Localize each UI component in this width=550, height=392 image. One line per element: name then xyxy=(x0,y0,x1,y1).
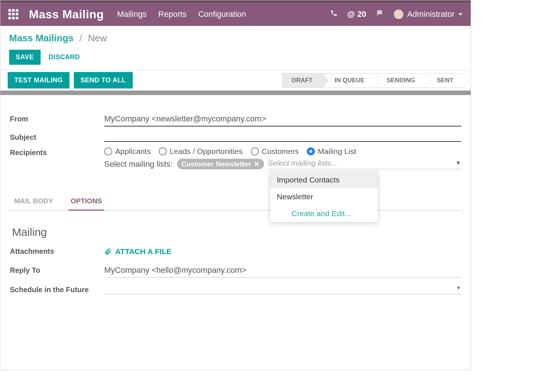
stage-sending[interactable]: SENDING xyxy=(374,73,424,88)
top-nav: Mass Mailing Mailings Reports Configurat… xyxy=(0,3,471,26)
schedule-label: Schedule in the Future xyxy=(10,284,104,294)
mailing-list-tag[interactable]: Customer Newsletter ✕ xyxy=(177,159,264,169)
schedule-field[interactable]: ▼ xyxy=(104,284,461,294)
mentions-badge[interactable]: @ 20 xyxy=(347,10,366,19)
dropdown-item-imported-contacts[interactable]: Imported Contacts xyxy=(270,172,378,188)
subject-field[interactable] xyxy=(104,132,461,142)
subject-label: Subject xyxy=(10,132,104,142)
dropdown-create-edit[interactable]: Create and Edit... xyxy=(270,205,378,222)
chat-icon[interactable] xyxy=(376,9,384,20)
mailing-lists-dropdown: Imported Contacts Newsletter Create and … xyxy=(270,171,378,222)
paperclip-icon xyxy=(104,248,112,255)
user-menu[interactable]: Administrator xyxy=(394,10,463,19)
from-field[interactable]: MyCompany <newsletter@mycompany.com> xyxy=(104,113,461,127)
radio-leads[interactable]: Leads / Opportunities xyxy=(159,147,243,156)
nav-mailings[interactable]: Mailings xyxy=(117,10,147,19)
breadcrumb-parent[interactable]: Mass Mailings xyxy=(9,33,74,44)
recipients-radios: Applicants Leads / Opportunities Custome… xyxy=(104,147,461,156)
discard-button[interactable]: DISCARD xyxy=(49,53,80,61)
section-mailing-title: Mailing xyxy=(12,226,461,238)
chevron-down-icon: ▼ xyxy=(456,285,461,292)
phone-icon[interactable] xyxy=(330,10,338,19)
tab-options[interactable]: OPTIONS xyxy=(68,193,104,211)
save-button[interactable]: SAVE xyxy=(9,50,41,65)
attach-file-button[interactable]: ATTACH A FILE xyxy=(104,247,461,256)
radio-applicants[interactable]: Applicants xyxy=(104,147,151,156)
stage-in-queue[interactable]: IN QUEUE xyxy=(322,73,374,88)
reply-to-label: Reply To xyxy=(10,265,104,275)
chevron-down-icon: ▼ xyxy=(455,160,461,166)
remove-tag-icon[interactable]: ✕ xyxy=(254,160,260,168)
test-mailing-button[interactable]: TEST MAILING xyxy=(8,72,69,88)
send-to-all-button[interactable]: SEND TO ALL xyxy=(74,72,133,88)
control-panel: Mass Mailings / New SAVE DISCARD xyxy=(0,26,471,70)
nav-reports[interactable]: Reports xyxy=(158,10,187,19)
username: Administrator xyxy=(407,10,455,19)
mailing-lists-select[interactable]: Select mailing lists... ▼ xyxy=(268,159,461,169)
status-bar: TEST MAILING SEND TO ALL DRAFT IN QUEUE … xyxy=(0,70,471,91)
tab-mail-body[interactable]: MAIL BODY xyxy=(12,193,55,210)
avatar-icon xyxy=(394,10,403,19)
app-brand: Mass Mailing xyxy=(29,8,104,21)
form-sheet: From MyCompany <newsletter@mycompany.com… xyxy=(0,95,471,314)
mailing-lists-label: Select mailing lists: xyxy=(104,159,173,169)
stage-tracker: DRAFT IN QUEUE SENDING SENT xyxy=(282,73,463,88)
form-tabs: MAIL BODY OPTIONS xyxy=(10,193,461,211)
dropdown-item-newsletter[interactable]: Newsletter xyxy=(270,188,378,205)
breadcrumb: Mass Mailings / New xyxy=(9,33,462,44)
radio-mailing-list[interactable]: Mailing List xyxy=(307,147,356,156)
breadcrumb-current: New xyxy=(88,33,107,44)
nav-configuration[interactable]: Configuration xyxy=(198,10,246,19)
recipients-label: Recipients xyxy=(10,147,104,157)
attachments-label: Attachments xyxy=(10,246,104,256)
apps-icon[interactable] xyxy=(8,9,19,19)
reply-to-field[interactable]: MyCompany <hello@mycompany.com> xyxy=(104,265,461,278)
stage-draft[interactable]: DRAFT xyxy=(282,73,322,88)
chevron-down-icon xyxy=(458,13,463,16)
radio-customers[interactable]: Customers xyxy=(251,147,299,156)
from-label: From xyxy=(10,113,104,123)
